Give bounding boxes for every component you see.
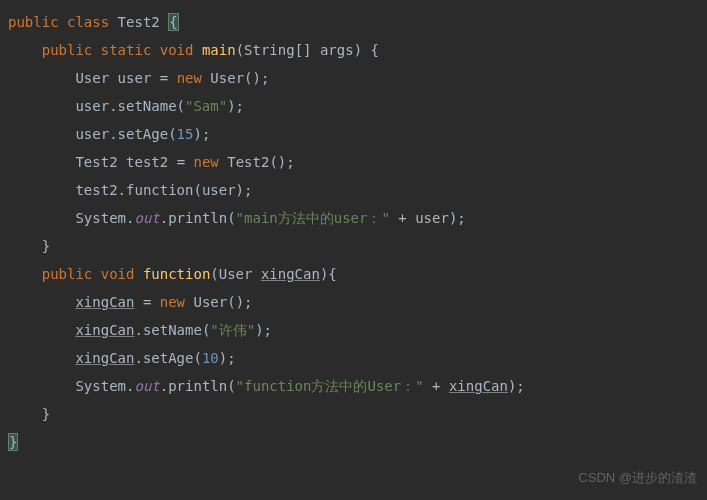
keyword-public: public xyxy=(8,14,59,30)
cls-ref: System xyxy=(75,378,126,394)
watermark-text: CSDN @进步的渣渣 xyxy=(578,464,697,492)
keyword-class: class xyxy=(67,14,109,30)
call: .function(user); xyxy=(118,182,253,198)
code-line: public class Test2 { xyxy=(8,13,179,31)
code-line: } xyxy=(8,433,18,451)
type: Test2 xyxy=(75,154,117,170)
string-literal: "function方法中的User：" xyxy=(236,378,424,394)
var-xingcan: xingCan xyxy=(75,350,134,366)
code-line: System.out.println("main方法中的user：" + use… xyxy=(8,210,466,226)
var: user xyxy=(118,70,152,86)
code-line: test2.function(user); xyxy=(8,182,252,198)
ctor: User xyxy=(210,70,244,86)
keyword-public: public xyxy=(42,42,93,58)
keyword-new: new xyxy=(160,294,185,310)
code-line: xingCan.setName("许伟"); xyxy=(8,322,272,338)
params: (String[] args) { xyxy=(236,42,379,58)
code-line: xingCan.setAge(10); xyxy=(8,350,236,366)
var-xingcan: xingCan xyxy=(449,378,508,394)
code-line: public void function(User xingCan){ xyxy=(8,266,337,282)
keyword-public: public xyxy=(42,266,93,282)
code-line: xingCan = new User(); xyxy=(8,294,253,310)
code-line: System.out.println("function方法中的User：" +… xyxy=(8,378,525,394)
keyword-new: new xyxy=(194,154,219,170)
keyword-static: static xyxy=(101,42,152,58)
code-line: User user = new User(); xyxy=(8,70,269,86)
param-xingcan: xingCan xyxy=(261,266,320,282)
brace-close: } xyxy=(42,238,50,254)
string-literal: "Sam" xyxy=(185,98,227,114)
cls-ref: System xyxy=(75,210,126,226)
obj: test2 xyxy=(75,182,117,198)
obj: user xyxy=(75,126,109,142)
code-line: public static void main(String[] args) { xyxy=(8,42,379,58)
keyword-void: void xyxy=(101,266,135,282)
brace-close-highlight: } xyxy=(8,433,18,451)
number-literal: 10 xyxy=(202,350,219,366)
code-line: Test2 test2 = new Test2(); xyxy=(8,154,295,170)
string-literal: "许伟" xyxy=(210,322,255,338)
brace-close: } xyxy=(42,406,50,422)
var-xingcan: xingCan xyxy=(75,294,134,310)
string-literal: "main方法中的user：" xyxy=(236,210,390,226)
concat: + user); xyxy=(390,210,466,226)
code-line: user.setAge(15); xyxy=(8,126,210,142)
var: test2 xyxy=(126,154,168,170)
class-name: Test2 xyxy=(118,14,160,30)
code-line: user.setName("Sam"); xyxy=(8,98,244,114)
field-out: out xyxy=(134,378,159,394)
code-editor[interactable]: public class Test2 { public static void … xyxy=(0,0,707,456)
var-xingcan: xingCan xyxy=(75,322,134,338)
keyword-void: void xyxy=(160,42,194,58)
ctor: Test2 xyxy=(227,154,269,170)
call: .setAge( xyxy=(109,126,176,142)
method-function: function xyxy=(143,266,210,282)
number-literal: 15 xyxy=(177,126,194,142)
code-line: } xyxy=(8,406,50,422)
code-line: } xyxy=(8,238,50,254)
field-out: out xyxy=(134,210,159,226)
brace-open-highlight: { xyxy=(168,13,178,31)
obj: user xyxy=(75,98,109,114)
call: .setName( xyxy=(109,98,185,114)
type: User xyxy=(75,70,109,86)
keyword-new: new xyxy=(177,70,202,86)
method-main: main xyxy=(202,42,236,58)
